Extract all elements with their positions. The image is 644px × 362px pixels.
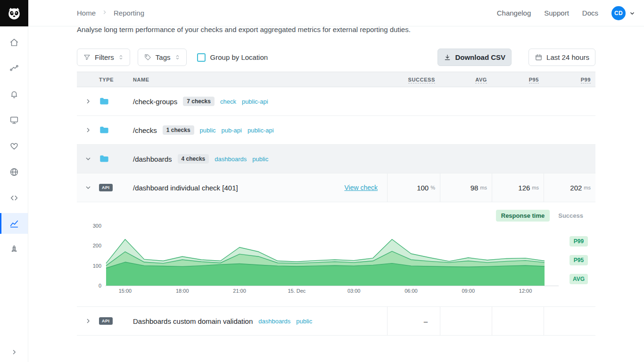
sort-arrows-icon — [118, 54, 124, 60]
success-cell: 100% — [387, 173, 440, 202]
tags-label: Tags — [156, 53, 171, 61]
sidebar-item-dashboards[interactable] — [0, 107, 28, 133]
api-code-icon — [9, 193, 19, 203]
changelog-link[interactable]: Changelog — [497, 9, 531, 17]
toolbar-right: Download CSV Last 24 hours — [438, 49, 595, 66]
svg-text:12:00: 12:00 — [519, 288, 532, 294]
svg-text:300: 300 — [93, 223, 101, 229]
avatar[interactable]: CD — [611, 6, 626, 20]
collapse-toggle[interactable] — [77, 155, 99, 163]
p99-value: 202 — [570, 184, 582, 192]
folder-icon — [99, 125, 109, 135]
filters-dropdown[interactable]: Filters — [77, 49, 130, 66]
header-p99[interactable]: P99 — [581, 77, 591, 83]
sidebar-item-reporting[interactable] — [0, 213, 28, 234]
legend-success[interactable]: Success — [558, 212, 583, 219]
tag-icon — [144, 53, 152, 61]
folder-icon — [99, 154, 109, 164]
p95-cell — [492, 307, 544, 335]
expand-toggle[interactable] — [77, 317, 99, 325]
success-value: 100 — [417, 184, 429, 192]
tag-link[interactable]: check — [220, 98, 236, 105]
sidebar-item-checks[interactable] — [0, 55, 28, 81]
tag-link[interactable]: public — [200, 127, 216, 134]
breadcrumb: Home Reporting — [77, 9, 144, 17]
breadcrumb-reporting[interactable]: Reporting — [114, 9, 144, 17]
header-p95[interactable]: P95 — [529, 77, 539, 83]
avg-value: 98 — [471, 184, 479, 192]
p99-cell: 202ms — [544, 173, 595, 202]
breadcrumb-home[interactable]: Home — [77, 9, 96, 17]
svg-text:09:00: 09:00 — [462, 288, 475, 294]
header-avg[interactable]: AVG — [475, 77, 487, 83]
folder-icon — [99, 96, 109, 107]
date-range-label: Last 24 hours — [546, 53, 589, 61]
support-link[interactable]: Support — [544, 9, 569, 17]
avg-cell — [440, 307, 492, 335]
check-type-badge: API — [99, 317, 113, 325]
p95-badge: P95 — [570, 255, 588, 265]
group-by-location-option[interactable]: Group by Location — [197, 53, 268, 62]
table-row-dashboard-individual-check[interactable]: API /dashboard individual check [401] Vi… — [77, 173, 595, 202]
header-success[interactable]: Success — [408, 77, 435, 83]
avg-unit: ms — [480, 185, 487, 190]
home-icon — [9, 37, 19, 48]
group-by-location-checkbox[interactable] — [197, 53, 206, 62]
chevron-right-icon — [84, 126, 92, 134]
avg-cell: 98ms — [440, 173, 492, 202]
check-count-badge: 4 checks — [178, 154, 209, 164]
tag-link[interactable]: public — [252, 156, 268, 163]
expand-toggle[interactable] — [77, 126, 99, 134]
sidebar-item-alerts[interactable] — [0, 81, 28, 107]
sidebar-item-private-locations[interactable] — [0, 159, 28, 185]
sidebar-item-launch[interactable] — [0, 236, 28, 262]
p99-unit: ms — [584, 185, 591, 190]
tag-link[interactable]: public-api — [242, 98, 268, 105]
group-name: /checks — [133, 126, 157, 134]
toolbar: Filters Tags Group by Location Downloa — [77, 49, 595, 66]
filter-funnel-icon — [83, 53, 91, 61]
success-unit: % — [430, 185, 435, 190]
tags-dropdown[interactable]: Tags — [138, 49, 187, 66]
sidebar-item-api[interactable] — [0, 185, 28, 211]
sidebar-item-home[interactable] — [0, 29, 28, 55]
svg-text:100: 100 — [93, 263, 101, 269]
topbar: Home Reporting Changelog Support Docs CD — [0, 0, 644, 26]
tag-link[interactable]: dashboards — [258, 318, 290, 325]
main-content: Reporting Analyse long term performance … — [28, 0, 644, 336]
legend-response-time[interactable]: Response time — [496, 210, 550, 222]
sidebar-item-status[interactable] — [0, 133, 28, 159]
table-row-dashboards[interactable]: /dashboards 4 checks dashboards public — [77, 145, 595, 173]
tag-link[interactable]: dashboards — [215, 156, 247, 163]
status-heart-icon — [9, 141, 19, 151]
table-row-custom-domain-validation[interactable]: API Dashboards custom domain validation … — [77, 307, 595, 336]
date-range-button[interactable]: Last 24 hours — [528, 49, 595, 66]
filters-label: Filters — [95, 53, 114, 61]
download-csv-button[interactable]: Download CSV — [438, 49, 512, 66]
checks-icon — [9, 63, 19, 74]
collapse-toggle[interactable] — [77, 184, 99, 191]
app-logo[interactable] — [0, 0, 28, 26]
sidebar-collapse-button[interactable] — [0, 348, 28, 356]
response-time-chart: 010020030015:0018:0021:0015. Dec03:0006:… — [77, 221, 577, 296]
group-name: /dashboards — [133, 155, 172, 163]
tag-link[interactable]: pub-api — [222, 127, 242, 134]
svg-text:21:00: 21:00 — [233, 288, 246, 294]
p95-unit: ms — [532, 185, 539, 190]
account-menu[interactable]: CD — [611, 6, 636, 20]
launch-rocket-icon — [9, 244, 19, 255]
table-row-checks[interactable]: /checks 1 checks public pub-api public-a… — [77, 116, 595, 145]
percentile-badges: P99 P95 AVG — [570, 236, 588, 284]
chevron-right-icon — [84, 98, 92, 105]
view-check-link[interactable]: View check — [344, 184, 387, 191]
download-csv-label: Download CSV — [455, 53, 505, 61]
table-row-check-groups[interactable]: /check-groups 7 checks check public-api — [77, 87, 595, 116]
tag-link[interactable]: public-api — [248, 127, 274, 134]
docs-link[interactable]: Docs — [582, 9, 598, 17]
svg-text:15. Dec: 15. Dec — [288, 288, 305, 294]
tag-link[interactable]: public — [296, 318, 312, 325]
expand-toggle[interactable] — [77, 98, 99, 105]
header-type: Type — [99, 77, 133, 82]
svg-text:06:00: 06:00 — [405, 288, 418, 294]
header-name: Name — [133, 77, 387, 82]
